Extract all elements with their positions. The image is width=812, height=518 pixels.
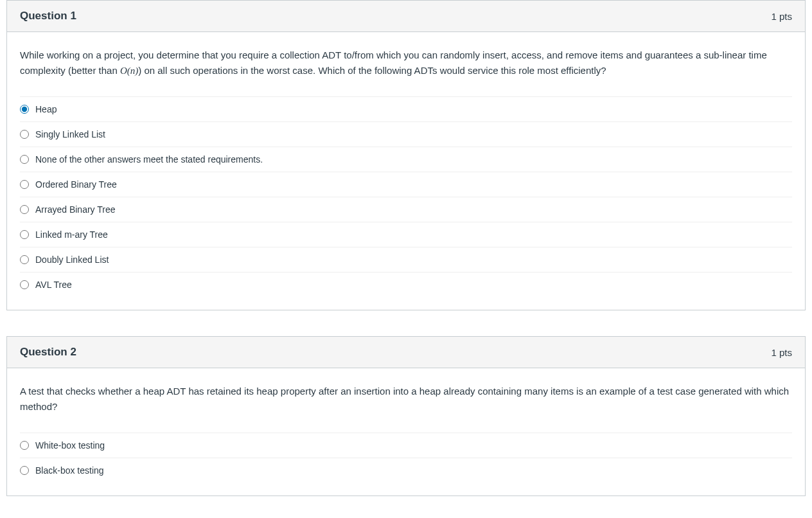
answer-option[interactable]: Singly Linked List — [20, 122, 792, 147]
answer-radio[interactable] — [20, 155, 29, 164]
question-text: A test that checks whether a heap ADT ha… — [20, 384, 792, 415]
answer-option[interactable]: Doubly Linked List — [20, 247, 792, 272]
answer-option[interactable]: White-box testing — [20, 433, 792, 458]
answer-option[interactable]: Arrayed Binary Tree — [20, 197, 792, 222]
question-title: Question 1 — [20, 10, 76, 22]
question-text: While working on a project, you determin… — [20, 48, 792, 78]
answer-option[interactable]: Ordered Binary Tree — [20, 172, 792, 197]
question-points: 1 pts — [771, 11, 792, 22]
answer-label: Arrayed Binary Tree — [35, 204, 116, 215]
answer-option[interactable]: None of the other answers meet the state… — [20, 147, 792, 172]
answer-radio[interactable] — [20, 180, 29, 189]
answers-list: White-box testing Black-box testing — [20, 433, 792, 483]
answer-label: Heap — [35, 104, 57, 114]
answer-option[interactable]: Heap — [20, 97, 792, 122]
answer-label: Singly Linked List — [35, 129, 105, 139]
answer-label: Doubly Linked List — [35, 255, 109, 265]
question-points: 1 pts — [771, 347, 792, 358]
answer-label: None of the other answers meet the state… — [35, 154, 263, 165]
answer-label: Ordered Binary Tree — [35, 179, 117, 190]
answer-radio[interactable] — [20, 280, 29, 289]
question-title: Question 2 — [20, 346, 76, 359]
answer-radio[interactable] — [20, 205, 29, 214]
answer-radio[interactable] — [20, 105, 29, 114]
answer-label: Black-box testing — [35, 465, 104, 476]
answer-radio[interactable] — [20, 130, 29, 139]
answers-list: Heap Singly Linked List None of the othe… — [20, 96, 792, 297]
answer-label: AVL Tree — [35, 280, 72, 290]
answer-option[interactable]: Black-box testing — [20, 458, 792, 483]
answer-radio[interactable] — [20, 441, 29, 450]
answer-radio[interactable] — [20, 466, 29, 475]
question-text-before: A test that checks whether a heap ADT ha… — [20, 386, 789, 412]
answer-radio[interactable] — [20, 255, 29, 264]
question-header: Question 1 1 pts — [7, 1, 805, 32]
question-body: While working on a project, you determin… — [7, 32, 805, 310]
question-text-math: O(n) — [120, 66, 138, 76]
answer-label: Linked m-ary Tree — [35, 229, 108, 240]
answer-label: White-box testing — [35, 440, 105, 451]
question-card: Question 1 1 pts While working on a proj… — [6, 0, 806, 310]
question-text-after: ) on all such operations in the worst ca… — [138, 65, 606, 76]
answer-option[interactable]: AVL Tree — [20, 272, 792, 297]
answer-option[interactable]: Linked m-ary Tree — [20, 222, 792, 247]
question-card: Question 2 1 pts A test that checks whet… — [6, 336, 806, 496]
question-body: A test that checks whether a heap ADT ha… — [7, 368, 805, 496]
question-header: Question 2 1 pts — [7, 337, 805, 368]
answer-radio[interactable] — [20, 230, 29, 239]
